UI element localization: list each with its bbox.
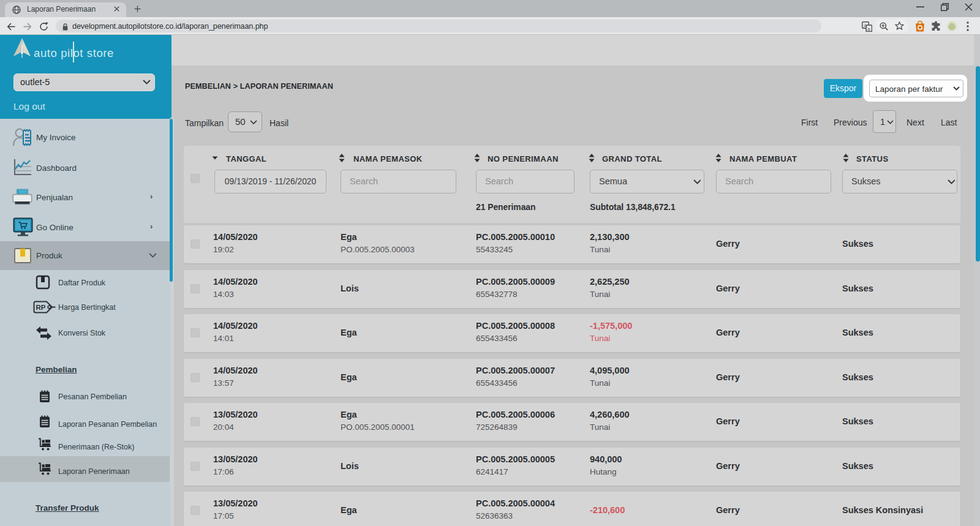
svg-text:RP: RP: [36, 304, 46, 311]
svg-text:A: A: [864, 23, 867, 29]
